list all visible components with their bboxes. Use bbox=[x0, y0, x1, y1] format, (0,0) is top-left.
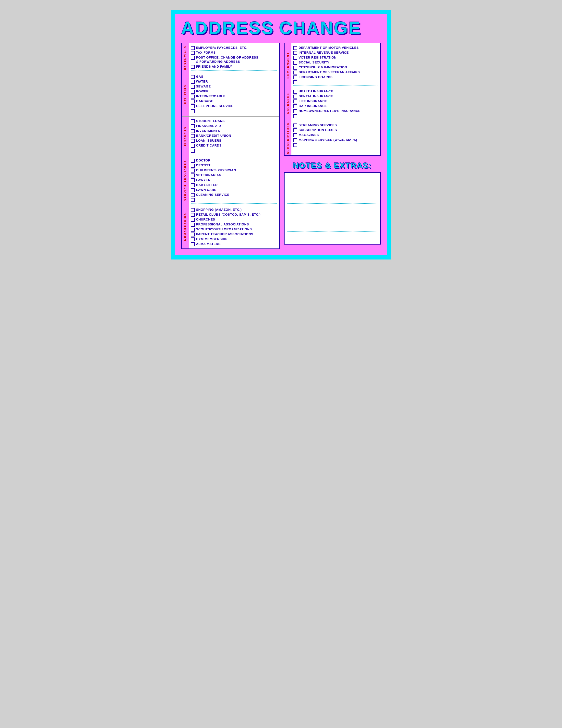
checkbox[interactable] bbox=[191, 164, 195, 168]
section-government: GOVERNMENT DEPARTMENT OF MOTOR VEHICLES … bbox=[284, 43, 380, 87]
checkbox[interactable] bbox=[191, 213, 195, 217]
checkbox[interactable] bbox=[293, 133, 297, 137]
checkbox[interactable] bbox=[191, 159, 195, 163]
notes-line-5 bbox=[287, 213, 377, 222]
checkbox[interactable] bbox=[191, 119, 195, 123]
utilities-label-container: UTILITIES bbox=[182, 72, 189, 116]
checkbox[interactable] bbox=[293, 114, 297, 118]
list-item: LAWYER bbox=[191, 178, 277, 182]
main-content: ESSENTIALS EMPLOYER: PAYCHECKS, ETC. TAX… bbox=[181, 43, 381, 249]
essentials-label: ESSENTIALS bbox=[184, 46, 187, 70]
checkbox[interactable] bbox=[191, 228, 195, 232]
checkbox[interactable] bbox=[293, 104, 297, 108]
list-item: HOMEOWNER/RENTER'S INSURANCE bbox=[293, 109, 378, 113]
checkbox[interactable] bbox=[191, 95, 195, 99]
list-item: PROFESSIONAL ASSOCIATIONS bbox=[191, 222, 277, 227]
item-label: GARBAGE bbox=[196, 99, 213, 103]
checkbox[interactable] bbox=[293, 56, 297, 60]
checkbox[interactable] bbox=[191, 169, 195, 173]
checkbox[interactable] bbox=[191, 223, 195, 227]
checkbox[interactable] bbox=[293, 95, 297, 99]
government-content: DEPARTMENT OF MOTOR VEHICLES INTERNAL RE… bbox=[291, 43, 380, 87]
section-finances: FINANCES STUDENT LOANS FINANCIAL AID bbox=[182, 117, 279, 156]
checkbox[interactable] bbox=[191, 85, 195, 89]
list-item: CHURCHES bbox=[191, 218, 277, 222]
section-memberships: MEMBERSHIPS SHOPPING (AMAZON, ETC.) RETA… bbox=[182, 205, 279, 248]
list-item: VOTER REGISTRATION bbox=[293, 56, 378, 60]
item-label: LOAN ISSUERS bbox=[196, 139, 222, 143]
list-item: MAGAZINES bbox=[293, 133, 378, 137]
checkbox[interactable] bbox=[293, 109, 297, 113]
checkbox[interactable] bbox=[191, 134, 195, 138]
checkbox[interactable] bbox=[191, 237, 195, 241]
checkbox[interactable] bbox=[293, 46, 297, 50]
utilities-content: GAS WATER SEWAGE POWER bbox=[189, 72, 279, 116]
checkbox[interactable] bbox=[191, 242, 195, 246]
list-item: LICENSING BOARDS bbox=[293, 75, 378, 79]
checkbox[interactable] bbox=[293, 80, 297, 84]
checkbox[interactable] bbox=[293, 71, 297, 74]
item-label: FINANCIAL AID bbox=[196, 124, 221, 128]
checkbox[interactable] bbox=[191, 178, 195, 182]
list-item: CLEANING SERVICE bbox=[191, 193, 277, 197]
list-item: LIFE INSURANCE bbox=[293, 99, 378, 103]
checkbox[interactable] bbox=[293, 66, 297, 70]
blank-item bbox=[293, 143, 378, 147]
notes-line-3 bbox=[287, 194, 377, 204]
subscriptions-label-container: SUBSCRIPTIONS bbox=[284, 121, 291, 155]
list-item: EMPLOYER: PAYCHECKS, ETC. bbox=[191, 46, 277, 50]
checkbox[interactable] bbox=[191, 233, 195, 236]
item-label: GAS bbox=[196, 75, 204, 79]
checkbox[interactable] bbox=[191, 198, 195, 202]
checkbox[interactable] bbox=[191, 129, 195, 133]
blank-item bbox=[191, 198, 277, 202]
item-label: HEALTH INSURANCE bbox=[299, 89, 333, 94]
checkbox[interactable] bbox=[191, 218, 195, 222]
checkbox[interactable] bbox=[191, 46, 195, 50]
checkbox[interactable] bbox=[191, 65, 195, 69]
notes-title: NOTES & EXTRAS: bbox=[284, 159, 381, 171]
finances-label-container: FINANCES bbox=[182, 117, 189, 156]
list-item: CAR INSURANCE bbox=[293, 104, 378, 108]
checkbox[interactable] bbox=[293, 143, 297, 147]
checkbox[interactable] bbox=[191, 208, 195, 212]
checkbox[interactable] bbox=[191, 188, 195, 192]
checkbox[interactable] bbox=[293, 90, 297, 94]
item-label: CLEANING SERVICE bbox=[196, 193, 230, 197]
item-label: DOCTOR bbox=[196, 159, 211, 163]
checkbox[interactable] bbox=[191, 149, 195, 153]
checkbox[interactable] bbox=[293, 61, 297, 65]
list-item: SEWAGE bbox=[191, 85, 277, 89]
checkbox[interactable] bbox=[191, 90, 195, 94]
item-label: SUBSCRIPTION BOXES bbox=[299, 128, 337, 132]
checkbox[interactable] bbox=[191, 109, 195, 113]
government-label: GOVERNMENT bbox=[286, 52, 289, 79]
item-label: POST OFFICE: CHANGE OF ADDRESS& FORWARDI… bbox=[196, 56, 259, 64]
checkbox[interactable] bbox=[191, 104, 195, 108]
checkbox[interactable] bbox=[293, 138, 297, 142]
item-label: STUDENT LOANS bbox=[196, 119, 225, 123]
item-label: STREAMING SERVICES bbox=[299, 123, 337, 127]
checkbox[interactable] bbox=[191, 139, 195, 143]
list-item: RETAIL CLUBS (COSTCO, SAM'S, ETC.) bbox=[191, 213, 277, 217]
checkbox[interactable] bbox=[191, 51, 195, 55]
checkbox[interactable] bbox=[293, 99, 297, 103]
checkbox[interactable] bbox=[191, 99, 195, 103]
checkbox[interactable] bbox=[191, 183, 195, 187]
item-label: CHILDREN'S PHYSICIAN bbox=[196, 168, 236, 173]
checkbox[interactable] bbox=[191, 144, 195, 148]
checkbox[interactable] bbox=[293, 123, 297, 127]
list-item: INTERNET/CABLE bbox=[191, 94, 277, 99]
checkbox[interactable] bbox=[191, 193, 195, 197]
checkbox[interactable] bbox=[191, 173, 195, 177]
checkbox[interactable] bbox=[191, 56, 195, 60]
checkbox[interactable] bbox=[191, 124, 195, 128]
checkbox[interactable] bbox=[293, 128, 297, 132]
checkbox[interactable] bbox=[293, 51, 297, 55]
checkbox[interactable] bbox=[293, 75, 297, 79]
memberships-content: SHOPPING (AMAZON, ETC.) RETAIL CLUBS (CO… bbox=[189, 205, 279, 248]
item-label: POWER bbox=[196, 89, 209, 94]
subscriptions-content: STREAMING SERVICES SUBSCRIPTION BOXES MA… bbox=[291, 121, 380, 155]
checkbox[interactable] bbox=[191, 80, 195, 84]
checkbox[interactable] bbox=[191, 75, 195, 79]
